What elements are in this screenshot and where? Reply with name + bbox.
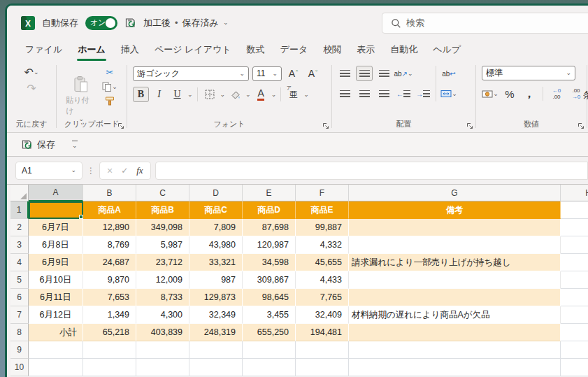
decrease-font-size-button[interactable]: A ˇ — [305, 66, 321, 81]
cell-E8[interactable]: 655,250 — [243, 324, 296, 341]
row-header-10[interactable]: 10 — [10, 359, 29, 376]
insert-function-button[interactable]: fx — [136, 165, 143, 176]
cell-B10[interactable] — [83, 359, 136, 376]
clipboard-dialog-launcher[interactable] — [117, 122, 124, 129]
cell-D7[interactable]: 32,349 — [189, 306, 243, 324]
fill-handle[interactable] — [79, 215, 83, 219]
bold-button[interactable]: B — [133, 87, 149, 102]
cell-A2[interactable]: 6月7日 — [29, 219, 83, 236]
cell-B7[interactable]: 1,349 — [83, 306, 136, 324]
tab-review[interactable]: 校閲 — [316, 40, 348, 61]
cell-E2[interactable]: 87,698 — [243, 219, 296, 236]
cell-A6[interactable]: 6月11日 — [29, 289, 83, 306]
cell-H1[interactable] — [561, 201, 588, 219]
font-dialog-launcher[interactable] — [322, 122, 329, 129]
cut-button[interactable]: ✂ — [102, 67, 117, 78]
cell-B8[interactable]: 65,218 — [83, 324, 136, 341]
row-header-3[interactable]: 3 — [10, 236, 29, 254]
cell-A8[interactable]: 小計 — [29, 324, 83, 341]
cell-G8[interactable] — [349, 324, 561, 341]
column-header-H[interactable]: H — [561, 185, 588, 201]
fill-color-button[interactable] — [227, 87, 243, 102]
align-center-button[interactable] — [356, 86, 373, 101]
increase-indent-button[interactable]: → — [415, 86, 431, 101]
cell-A10[interactable] — [29, 359, 83, 376]
cell-E6[interactable]: 98,645 — [243, 289, 296, 306]
cell-B4[interactable]: 24,687 — [83, 254, 136, 271]
cell-C4[interactable]: 23,712 — [136, 254, 189, 271]
cell-E3[interactable]: 120,987 — [243, 236, 296, 254]
row-header-2[interactable]: 2 — [10, 219, 29, 236]
cell-C5[interactable]: 12,009 — [136, 271, 189, 289]
cell-A7[interactable]: 6月12日 — [29, 306, 83, 324]
cell-C2[interactable]: 349,098 — [136, 219, 189, 236]
merge-center-button[interactable]: ⌄ — [440, 86, 457, 101]
alignment-dialog-launcher[interactable] — [466, 122, 473, 129]
enter-button[interactable]: ✓ — [121, 166, 128, 176]
phonetic-guide-button[interactable]: ア 亜 — [285, 87, 301, 102]
qat-save-label[interactable]: 保存 — [37, 138, 55, 151]
column-header-G[interactable]: G — [349, 185, 561, 201]
tab-help[interactable]: ヘルプ — [426, 40, 468, 61]
decrease-decimal-button[interactable]: .00 →0 — [568, 86, 585, 101]
row-header-9[interactable]: 9 — [10, 341, 29, 359]
cell-G3[interactable] — [349, 236, 561, 254]
format-painter-button[interactable] — [102, 96, 117, 106]
tab-insert[interactable]: 挿入 — [114, 40, 146, 61]
font-name-select[interactable]: 游ゴシック ⌄ — [133, 66, 249, 81]
middle-align-button[interactable] — [356, 66, 373, 81]
document-title[interactable]: 加工後 • 保存済み ⌄ — [143, 17, 228, 29]
accounting-format-button[interactable]: ⌄ — [482, 86, 499, 101]
column-header-F[interactable]: F — [296, 185, 349, 201]
bottom-align-button[interactable] — [375, 66, 392, 81]
cell-F5[interactable]: 4,433 — [296, 271, 349, 289]
cell-C6[interactable]: 8,733 — [136, 289, 189, 306]
increase-font-size-button[interactable]: A ˆ — [285, 66, 301, 81]
cell-G6[interactable] — [349, 289, 561, 306]
row-header-1[interactable]: 1 — [10, 201, 29, 219]
cell-F6[interactable]: 7,765 — [296, 289, 349, 306]
cell-G2[interactable] — [349, 219, 561, 236]
cell-D8[interactable]: 248,319 — [189, 324, 243, 341]
cell-B1[interactable]: 商品A — [83, 201, 136, 219]
cell-F1[interactable]: 商品E — [296, 201, 349, 219]
cell-G10[interactable] — [349, 359, 561, 376]
cell-G9[interactable] — [349, 341, 561, 359]
autosave-toggle[interactable]: オン — [85, 16, 117, 30]
row-header-6[interactable]: 6 — [10, 289, 29, 306]
top-align-button[interactable] — [336, 66, 353, 81]
formula-input[interactable] — [155, 162, 588, 180]
cell-D1[interactable]: 商品C — [189, 201, 243, 219]
cell-G4[interactable]: 請求漏れにより一部売り上げが持ち越し — [349, 254, 561, 271]
cell-H3[interactable] — [561, 236, 588, 254]
cell-D4[interactable]: 33,321 — [189, 254, 243, 271]
resize-dots[interactable]: ⋮ — [87, 166, 95, 176]
undo-button[interactable]: ↶ ⌄ — [24, 66, 39, 79]
cell-H8[interactable] — [561, 324, 588, 341]
cell-G1[interactable]: 備考 — [349, 201, 561, 219]
cancel-button[interactable]: × — [107, 165, 113, 176]
wrap-text-button[interactable]: ab ↩ — [440, 66, 457, 81]
tab-view[interactable]: 表示 — [350, 40, 382, 61]
qat-customize-chevron[interactable]: ⌄ — [72, 141, 78, 149]
search-input[interactable]: 検索 — [382, 13, 588, 34]
cell-F2[interactable]: 99,887 — [296, 219, 349, 236]
save-sync-icon[interactable] — [124, 17, 136, 29]
font-size-select[interactable]: 11 ⌄ — [252, 66, 282, 81]
font-color-button[interactable]: A — [253, 87, 269, 102]
row-header-5[interactable]: 5 — [10, 271, 29, 289]
cell-H9[interactable] — [561, 341, 588, 359]
column-header-A[interactable]: A — [29, 185, 83, 201]
select-all-corner[interactable] — [10, 185, 29, 201]
borders-button[interactable] — [202, 87, 218, 102]
align-right-button[interactable] — [375, 86, 392, 101]
cell-C1[interactable]: 商品B — [136, 201, 189, 219]
cell-A4[interactable]: 6月9日 — [29, 254, 83, 271]
cell-H4[interactable] — [561, 254, 588, 271]
cell-F4[interactable]: 45,655 — [296, 254, 349, 271]
column-header-D[interactable]: D — [189, 185, 243, 201]
percent-style-button[interactable]: % — [501, 86, 518, 101]
cell-D9[interactable] — [189, 341, 243, 359]
cell-B2[interactable]: 12,890 — [83, 219, 136, 236]
cell-A9[interactable] — [29, 341, 83, 359]
